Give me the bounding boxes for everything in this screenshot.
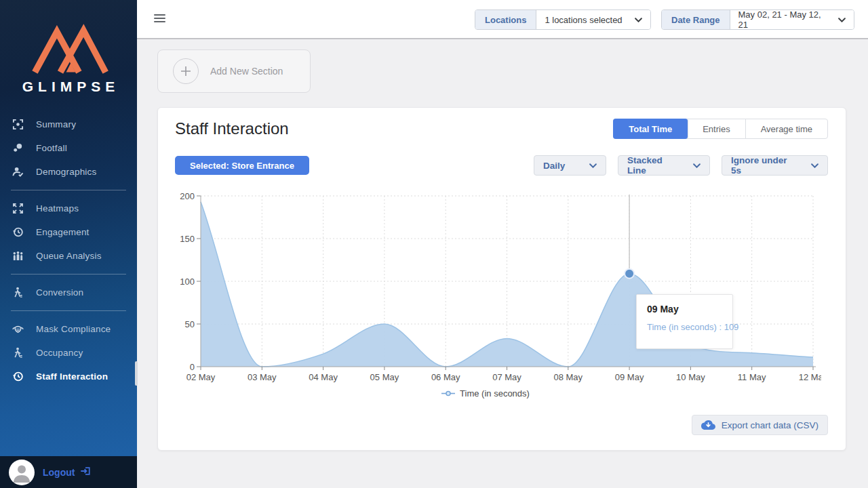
add-new-section-button[interactable]: Add New Section: [157, 49, 311, 93]
metric-tabs: Total Time Entries Average time: [613, 119, 828, 139]
date-range-select[interactable]: May 02, 21 - May 12, 21: [730, 10, 854, 29]
legend-label: Time (in seconds): [460, 388, 530, 399]
chevron-down-icon: [693, 163, 701, 168]
tab-average-time[interactable]: Average time: [746, 119, 827, 138]
sidebar-item-occupancy[interactable]: Occupancy: [0, 341, 137, 365]
sidebar-item-label: Footfall: [36, 143, 67, 153]
sidebar-item-label: Heatmaps: [36, 203, 79, 214]
sidebar-item-demographics[interactable]: Demographics: [0, 160, 137, 184]
sidebar-item-label: Demographics: [36, 167, 96, 177]
selected-store-entrance-button[interactable]: Selected: Store Entrance: [175, 156, 309, 175]
mask-icon: [11, 323, 24, 336]
sidebar-item-mask-compliance[interactable]: Mask Compliance: [0, 317, 137, 341]
chart-legend[interactable]: Time (in seconds): [170, 387, 801, 399]
sidebar-divider: [11, 274, 126, 274]
topbar: Locations 1 locations selected Date Rang…: [137, 0, 868, 39]
svg-text:09 May: 09 May: [615, 372, 644, 382]
date-range-value: May 02, 21 - May 12, 21: [738, 9, 832, 30]
sidebar-item-engagement[interactable]: Engagement: [0, 220, 137, 244]
hamburger-menu-icon[interactable]: [154, 14, 165, 24]
sidebar-item-heatmaps[interactable]: Heatmaps: [0, 197, 137, 220]
sidebar: GLIMPSE Summary Footfall Demographics: [0, 0, 137, 488]
logout-exit-icon: [79, 466, 91, 479]
sidebar-item-label: Mask Compliance: [36, 324, 111, 334]
sidebar-item-summary[interactable]: Summary: [0, 113, 137, 136]
sidebar-divider: [11, 190, 126, 190]
brand-logo: GLIMPSE: [0, 19, 137, 95]
sidebar-item-queue-analysis[interactable]: Queue Analysis: [0, 244, 137, 268]
sidebar-footer: Logout: [0, 456, 137, 488]
plus-icon: [173, 58, 199, 84]
scan-icon: [11, 118, 24, 131]
date-range-label: Date Range: [662, 10, 730, 29]
svg-text:100: 100: [180, 277, 195, 287]
interval-dropdown[interactable]: Daily: [534, 155, 606, 176]
glimpse-mountain-logo-icon: [28, 19, 109, 75]
sidebar-item-footfall[interactable]: Footfall: [0, 136, 137, 160]
legend-marker-icon: [441, 387, 455, 399]
export-csv-label: Export chart data (CSV): [722, 420, 818, 430]
brand-name: GLIMPSE: [0, 79, 137, 95]
svg-text:11 May: 11 May: [738, 372, 766, 382]
sidebar-item-label: Queue Analysis: [36, 251, 102, 261]
history-clock-icon: [11, 226, 24, 239]
sidebar-item-label: Occupancy: [36, 348, 83, 358]
locations-select[interactable]: 1 locations selected: [536, 10, 650, 29]
sidebar-item-label: Conversion: [36, 287, 83, 298]
sidebar-item-label: Summary: [36, 119, 76, 129]
svg-text:07 May: 07 May: [492, 372, 521, 382]
svg-text:50: 50: [185, 319, 195, 329]
locations-selected-value: 1 locations selected: [545, 15, 622, 25]
sidebar-nav: Summary Footfall Demographics Heatmaps: [0, 113, 137, 388]
chart-tooltip: 09 May Time (in seconds) : 109: [636, 294, 733, 349]
tab-entries[interactable]: Entries: [688, 119, 745, 138]
footsteps-icon: [11, 142, 24, 155]
person-check-icon: [11, 165, 24, 179]
filter-dropdown[interactable]: Ignore under 5s: [722, 155, 828, 176]
add-new-section-label: Add New Section: [210, 66, 283, 77]
svg-text:0: 0: [190, 362, 195, 372]
cloud-download-icon: [701, 419, 715, 432]
chevron-down-icon: [811, 163, 818, 168]
locations-control: Locations 1 locations selected: [475, 9, 651, 30]
chart-option-dropdowns: Daily Stacked Line Ignore under 5s: [534, 155, 828, 176]
people-queue-icon: [11, 249, 24, 263]
svg-text:06 May: 06 May: [431, 372, 460, 382]
sidebar-divider: [11, 310, 126, 311]
svg-text:02 May: 02 May: [186, 372, 216, 382]
export-csv-button[interactable]: Export chart data (CSV): [692, 415, 828, 435]
avatar[interactable]: [9, 460, 35, 485]
svg-text:12 May: 12 May: [799, 372, 821, 382]
tooltip-value: Time (in seconds) : 109: [647, 322, 722, 332]
history-clock-icon: [11, 370, 24, 384]
locations-label: Locations: [475, 10, 536, 29]
tab-total-time[interactable]: Total Time: [613, 119, 688, 139]
sidebar-item-conversion[interactable]: Conversion: [0, 281, 137, 304]
tooltip-date: 09 May: [647, 304, 722, 314]
page-title: Staff Interaction: [175, 119, 289, 138]
sidebar-item-staff-interaction[interactable]: Staff Interaction: [0, 365, 137, 388]
chart-type-dropdown[interactable]: Stacked Line: [618, 155, 710, 176]
date-range-control: Date Range May 02, 21 - May 12, 21: [661, 9, 854, 30]
svg-text:05 May: 05 May: [370, 372, 399, 382]
svg-text:10 May: 10 May: [676, 372, 705, 382]
sidebar-scrollbar-thumb[interactable]: [135, 361, 138, 386]
svg-text:150: 150: [180, 234, 195, 244]
sidebar-item-label: Engagement: [36, 227, 90, 237]
svg-text:04 May: 04 May: [309, 372, 338, 382]
logout-label: Logout: [43, 467, 75, 478]
area-chart[interactable]: 05010015020002 May03 May04 May05 May06 M…: [170, 189, 821, 387]
walking-person-icon: [11, 346, 24, 360]
staff-interaction-card: Staff Interaction Total Time Entries Ave…: [157, 107, 846, 451]
chevron-down-icon: [589, 163, 597, 168]
walking-person-icon: [11, 286, 24, 300]
svg-text:03 May: 03 May: [248, 372, 277, 382]
sidebar-item-label: Staff Interaction: [36, 371, 108, 382]
svg-text:08 May: 08 May: [553, 372, 583, 382]
logout-button[interactable]: Logout: [43, 466, 91, 479]
svg-text:200: 200: [180, 191, 195, 201]
chevron-down-icon: [838, 18, 846, 22]
chevron-down-icon: [635, 18, 642, 22]
expand-arrows-icon: [11, 202, 24, 216]
